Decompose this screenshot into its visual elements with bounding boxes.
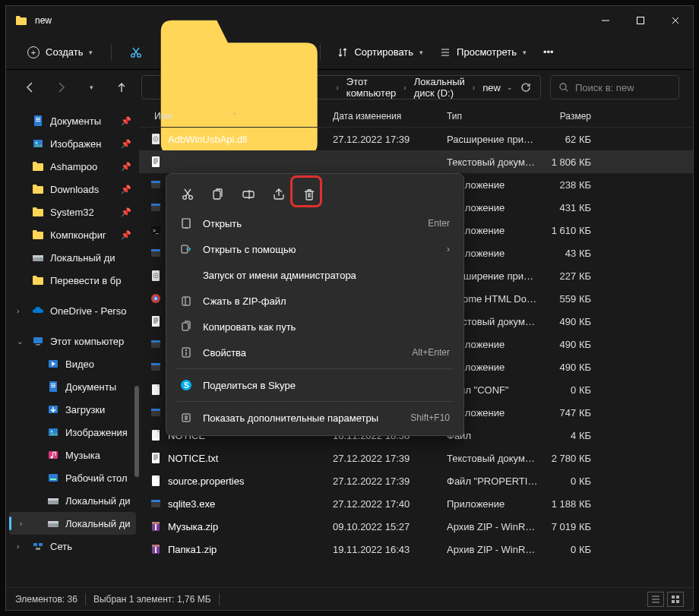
pin-icon: 📌 [121,230,131,240]
breadcrumb[interactable]: Этот компьютер [343,74,400,100]
context-menu-item[interactable]: СвойстваAlt+Enter [171,340,459,365]
recent-dropdown[interactable]: ▾ [81,77,102,98]
file-icon [150,270,162,282]
maximize-button[interactable] [623,6,658,35]
file-icon [150,133,162,145]
address-bar[interactable]: › Этот компьютер › Локальный диск (D:) ›… [141,75,541,100]
back-button[interactable] [20,77,41,98]
sidebar-item[interactable]: Ashampoo📌 [6,155,139,178]
details-view-button[interactable] [647,592,664,607]
svg-rect-62 [151,363,160,365]
svg-point-16 [40,258,42,260]
svg-rect-79 [213,191,220,199]
sidebar-item[interactable]: Рабочий стол [6,466,139,489]
icons-view-button[interactable] [667,592,684,607]
svg-point-26 [51,431,53,433]
ctx-rename-button[interactable] [235,182,262,207]
file-row[interactable]: Музыка.zip 09.10.2022 15:27 Архив ZIP - … [139,515,693,538]
sidebar-item[interactable]: Документы [6,375,139,398]
breadcrumb[interactable]: new [479,81,504,95]
ctx-copy-button[interactable] [204,182,232,207]
more-button[interactable]: ••• [537,40,560,65]
cut-button[interactable] [122,40,150,65]
context-menu-item[interactable]: Сжать в ZIP-файл [171,288,459,314]
svg-rect-30 [50,479,56,480]
view-button[interactable]: Просмотреть ▾ [434,43,533,61]
forward-button[interactable] [50,77,71,98]
sidebar-item[interactable]: Компконфиг📌 [6,223,139,246]
file-icon [150,178,162,191]
svg-rect-0 [637,17,644,24]
view-icon [440,47,451,58]
folder-icon [15,15,27,26]
sidebar-item[interactable]: ⌄Этот компьютер [6,330,139,352]
minimize-button[interactable] [588,6,623,35]
pic-icon [32,137,44,150]
context-menu-item[interactable]: Показать дополнительные параметрыShift+F… [171,405,459,431]
sidebar-scrollbar[interactable] [134,386,139,477]
search-input[interactable]: Поиск в: new [550,75,679,100]
file-icon [150,315,162,327]
up-button[interactable] [111,77,132,98]
svg-rect-45 [151,181,160,183]
svg-rect-75 [152,545,160,547]
breadcrumb[interactable]: Локальный диск (D:) [411,74,468,100]
close-button[interactable] [658,6,693,35]
svg-rect-32 [48,498,59,501]
file-icon [150,543,162,555]
file-row[interactable]: AdbWinUsbApi.dll 27.12.2022 17:39 Расшир… [139,128,693,150]
svg-rect-38 [39,543,43,546]
search-placeholder: Поиск в: new [575,82,634,93]
address-dropdown[interactable]: ⌄ [507,84,513,91]
svg-rect-60 [151,340,160,343]
folder-icon [32,274,44,286]
window-title: new [35,15,52,26]
ctx-cut-button[interactable] [174,182,201,207]
file-icon [150,384,162,396]
context-menu-item[interactable]: Открыть с помощью› [171,236,459,262]
context-menu-item[interactable]: Запуск от имени администратора [171,262,459,288]
svg-rect-37 [33,543,37,546]
status-selection: Выбран 1 элемент: 1,76 МБ [93,594,211,605]
create-button[interactable]: + Создать ▾ [20,42,100,63]
sidebar-item[interactable]: Видео [6,352,139,375]
file-row[interactable]: Папка1.zip 19.11.2022 16:43 Архив ZIP - … [139,538,693,561]
sidebar-item[interactable]: Изображения [6,421,139,444]
context-menu-item[interactable]: Копировать как путь [171,314,459,340]
sidebar-item[interactable]: ›Локальный ди [9,512,136,535]
folder-icon [32,206,44,218]
column-headers[interactable]: Имя˄ Дата изменения Тип Размер [139,105,693,128]
sidebar-item[interactable]: ›OneDrive - Perso [6,299,139,322]
sidebar-item[interactable]: Музыка [6,444,139,466]
file-row[interactable]: NOTICE.txt 27.12.2022 17:39 Текстовый до… [139,447,693,469]
sort-button[interactable]: Сортировать ▾ [331,43,429,61]
ctx-delete-button[interactable] [296,182,323,207]
sidebar-item[interactable]: Локальный ди [6,489,139,512]
file-icon [150,475,162,487]
sidebar-item[interactable]: Загрузки [6,398,139,421]
sidebar-item[interactable]: Изображен📌 [6,132,139,155]
sidebar-item[interactable]: Документы📌 [6,109,139,132]
sidebar-item[interactable]: Перевести в бр [6,269,139,292]
sidebar-item[interactable]: System32📌 [6,201,139,223]
sidebar-item[interactable]: Downloads📌 [6,178,139,201]
refresh-button[interactable] [520,82,531,93]
file-row[interactable]: source.properties 27.12.2022 17:39 Файл … [139,469,693,492]
svg-rect-91 [676,595,679,599]
file-row[interactable]: Текстовый докум… 1 806 КБ [139,150,693,173]
svg-rect-23 [51,387,55,387]
svg-rect-72 [152,522,160,524]
context-menu-item[interactable]: ОткрытьEnter [171,210,459,236]
file-icon [150,498,162,510]
svg-rect-15 [33,255,43,257]
file-row[interactable]: sqlite3.exe 27.12.2022 17:40 Приложение … [139,492,693,515]
svg-point-54 [155,275,157,276]
music-icon [47,449,59,461]
svg-rect-76 [155,547,157,553]
ctx-share-button[interactable] [265,182,293,207]
sidebar-item[interactable]: Локальный ди [6,246,139,269]
sidebar-item[interactable]: ›Сеть [6,535,139,558]
svg-rect-65 [151,409,160,411]
context-menu-item[interactable]: SПоделиться в Skype [171,372,459,398]
svg-point-77 [183,196,187,200]
